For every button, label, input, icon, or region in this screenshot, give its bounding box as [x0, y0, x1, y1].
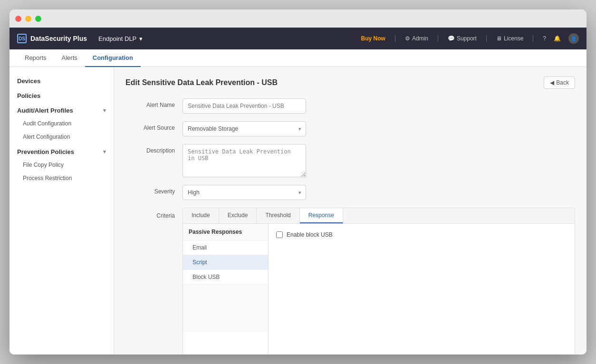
back-label: Back [556, 79, 569, 86]
alert-source-group: Alert Source Removable Storage ▾ [125, 121, 575, 136]
brand-icon: DS [17, 34, 27, 43]
minimize-button[interactable] [25, 16, 31, 22]
titlebar [10, 10, 586, 28]
alert-source-label: Alert Source [125, 121, 183, 131]
panel-header: Edit Sensitive Data Leak Prevention - US… [125, 77, 575, 89]
bell-icon[interactable]: 🔔 [554, 35, 561, 42]
user-avatar[interactable]: 👤 [568, 33, 579, 44]
sidebar-section-audit-alert[interactable]: Audit/Alert Profiles ▾ [10, 102, 114, 117]
passive-item-block-usb[interactable]: Block USB [183, 270, 268, 285]
app-container: DS DataSecurity Plus Endpoint DLP ▾ Buy … [10, 28, 586, 354]
buy-now-link[interactable]: Buy Now [361, 35, 385, 42]
sidebar-item-process-restriction[interactable]: Process Restriction [10, 172, 114, 185]
passive-item-script[interactable]: Script [183, 255, 268, 270]
alert-name-group: Alert Name [125, 98, 575, 114]
severity-group: Severity High Medium Low ▾ [125, 185, 575, 200]
module-chevron-icon: ▾ [139, 35, 143, 42]
support-icon: 💬 [448, 35, 455, 42]
severity-select[interactable]: High Medium Low [183, 185, 306, 200]
criteria-label: Criteria [125, 208, 183, 219]
brand-label: DataSecurity Plus [30, 35, 87, 42]
sidebar-item-file-copy-policy[interactable]: File Copy Policy [10, 158, 114, 172]
tab-alerts[interactable]: Alerts [54, 49, 85, 67]
page-title: Edit Sensitive Data Leak Prevention - US… [125, 78, 278, 87]
module-label: Endpoint DLP [98, 35, 136, 42]
description-group: Description Sensitive Data Leak Preventi… [125, 144, 575, 177]
criteria-tab-exclude[interactable]: Exclude [219, 208, 257, 223]
criteria-tab-include[interactable]: Include [183, 208, 219, 223]
content-area: Devices Policies Audit/Alert Profiles ▾ … [10, 67, 586, 354]
passive-panel: Passive Responses Email Script Block USB [183, 224, 269, 354]
criteria-content: Include Exclude Threshold Response Passi… [183, 208, 575, 354]
criteria-tab-response[interactable]: Response [300, 208, 343, 223]
license-link[interactable]: 🖥 License [496, 35, 523, 42]
passive-empty-area [183, 285, 268, 332]
audit-alert-chevron-icon: ▾ [103, 107, 106, 114]
response-panel: Enable block USB [269, 224, 575, 354]
sidebar-item-devices[interactable]: Devices [10, 73, 114, 87]
back-chevron-icon: ◀ [550, 79, 554, 86]
app-window: DS DataSecurity Plus Endpoint DLP ▾ Buy … [10, 10, 586, 354]
description-label: Description [125, 144, 183, 154]
alert-name-label: Alert Name [125, 98, 183, 108]
prevention-chevron-icon: ▾ [103, 149, 106, 155]
license-label: License [504, 35, 523, 42]
alert-source-select[interactable]: Removable Storage [183, 121, 306, 136]
tab-reports[interactable]: Reports [17, 49, 54, 67]
alert-source-wrapper: Removable Storage ▾ [183, 121, 306, 136]
brand: DS DataSecurity Plus [17, 34, 87, 43]
devices-label: Devices [17, 77, 40, 85]
sidebar-section-prevention[interactable]: Prevention Policies ▾ [10, 144, 114, 158]
severity-label: Severity [125, 185, 183, 195]
topbar-right: Buy Now ⚙ Admin 💬 Support 🖥 License ? [361, 33, 579, 44]
description-input[interactable]: Sensitive Data Leak Prevention in USB [183, 144, 306, 177]
audit-alert-label: Audit/Alert Profiles [17, 107, 73, 114]
sidebar: Devices Policies Audit/Alert Profiles ▾ … [10, 67, 114, 354]
enable-block-usb-row: Enable block USB [276, 231, 567, 238]
prevention-label: Prevention Policies [17, 148, 74, 155]
admin-link[interactable]: ⚙ Admin [405, 35, 428, 42]
topbar: DS DataSecurity Plus Endpoint DLP ▾ Buy … [10, 28, 586, 49]
criteria-tab-threshold[interactable]: Threshold [257, 208, 299, 223]
enable-block-usb-label: Enable block USB [287, 231, 333, 238]
enable-block-usb-checkbox[interactable] [276, 231, 283, 238]
passive-responses-header: Passive Responses [183, 224, 268, 240]
sidebar-item-alert-configuration[interactable]: Alert Configuration [10, 130, 114, 144]
alert-name-input[interactable] [183, 98, 306, 114]
help-icon[interactable]: ? [543, 35, 546, 42]
severity-wrapper: High Medium Low ▾ [183, 185, 306, 200]
fullscreen-button[interactable] [35, 16, 41, 22]
criteria-tabs: Include Exclude Threshold Response [183, 208, 575, 224]
divider4 [533, 35, 533, 42]
license-icon: 🖥 [496, 35, 502, 42]
tab-configuration[interactable]: Configuration [85, 49, 141, 67]
close-button[interactable] [15, 16, 21, 22]
support-label: Support [457, 35, 477, 42]
divider3 [486, 35, 487, 42]
admin-icon: ⚙ [405, 35, 410, 42]
support-link[interactable]: 💬 Support [448, 35, 477, 42]
criteria-body: Passive Responses Email Script Block USB [183, 224, 575, 354]
sidebar-item-audit-configuration[interactable]: Audit Configuration [10, 117, 114, 130]
policies-label: Policies [17, 92, 40, 99]
admin-label: Admin [412, 35, 428, 42]
main-panel: Edit Sensitive Data Leak Prevention - US… [114, 67, 586, 354]
back-button[interactable]: ◀ Back [544, 77, 575, 89]
divider [395, 35, 395, 42]
main-tabs: Reports Alerts Configuration [10, 49, 586, 67]
sidebar-item-policies[interactable]: Policies [10, 87, 114, 102]
module-selector[interactable]: Endpoint DLP ▾ [98, 35, 143, 42]
divider2 [438, 35, 438, 42]
passive-item-email[interactable]: Email [183, 240, 268, 255]
criteria-group: Criteria Include Exclude Threshold Respo… [125, 208, 575, 354]
